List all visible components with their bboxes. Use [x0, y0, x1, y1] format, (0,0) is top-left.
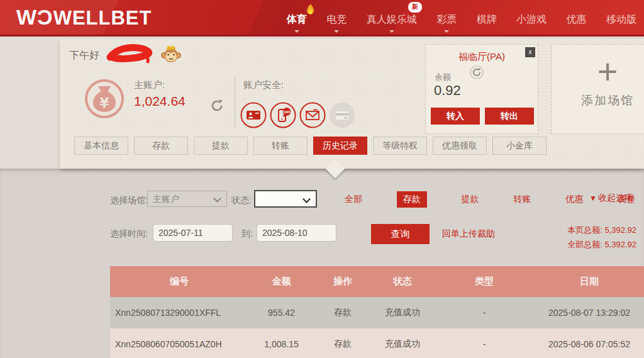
cell-amount: 955.42 — [248, 297, 314, 328]
column-header: 操作 — [314, 266, 371, 297]
id-card-icon[interactable] — [240, 102, 267, 131]
security-icons: SMS — [240, 102, 355, 131]
nav-item[interactable]: 电竞 — [326, 13, 347, 26]
monkey-face-icon — [160, 43, 182, 67]
tab[interactable]: 提款 — [194, 137, 248, 155]
caret-down-icon — [294, 30, 299, 35]
filter-type-link[interactable]: 优惠 — [565, 194, 583, 205]
nav-item-label: 真人娱乐城 — [367, 14, 417, 25]
venue-select-value: 主账户 — [153, 194, 179, 204]
column-header: 编号 — [110, 266, 248, 297]
cell-id: Xnn25080607050051AZ0H — [110, 328, 248, 358]
tab[interactable]: 存款 — [134, 137, 188, 155]
nav-item-label: 小游戏 — [516, 14, 547, 25]
money-bag-icon: ¥ — [84, 78, 125, 122]
cell-type: - — [434, 328, 535, 358]
venue-balance-label: 余额 — [435, 72, 451, 83]
nav-item-label: 体育 — [287, 14, 307, 25]
tab-label: 优惠领取 — [442, 140, 477, 152]
tab-label: 历史记录 — [323, 140, 358, 152]
nav-item-label: 棋牌 — [477, 14, 497, 25]
history-section: 选择场馆: 主账户 状态: 全部存款提款转账优惠调整 ▼收起选项 选择时间: 到… — [0, 169, 644, 358]
tab-label: 等级特权 — [382, 140, 418, 152]
cell-operation: 存款 — [314, 328, 371, 358]
divider — [235, 77, 235, 127]
svg-text:SMS: SMS — [283, 110, 291, 114]
table-row: Xnn25080607050051AZ0H 1,008.15 存款 充值成功 -… — [110, 328, 644, 358]
new-badge: 新 — [408, 2, 422, 13]
filter-type-link[interactable]: 全部 — [345, 194, 362, 205]
refresh-balance-icon[interactable] — [209, 98, 225, 116]
tab-label: 存款 — [152, 140, 170, 152]
nav-menu: 体育 电竞 新 真人娱乐城 彩票 — [274, 0, 644, 35]
flame-icon — [306, 3, 315, 18]
caret-down-icon — [444, 30, 449, 35]
add-venue-card[interactable]: + 添加场馆 — [551, 44, 644, 134]
tab[interactable]: 优惠领取 — [433, 137, 487, 155]
venue-balance-value: 0.92 — [434, 82, 461, 99]
chevron-down-icon — [303, 195, 311, 203]
column-header: 金额 — [248, 266, 314, 297]
nav-item[interactable]: 移动版 — [606, 13, 636, 26]
filter-type-link[interactable]: 存款 — [397, 191, 427, 208]
date-from-input[interactable] — [153, 224, 233, 242]
account-security-label: 账户安全: — [243, 79, 284, 91]
mail-icon[interactable] — [299, 102, 326, 131]
tab[interactable]: 等级特权 — [373, 137, 427, 155]
tab[interactable]: 小金库 — [492, 137, 547, 155]
cell-date: 2025-08-07 13:29:02 — [535, 297, 644, 328]
venue-select-label: 选择场馆: — [110, 195, 148, 206]
history-table: 编号金额操作状态类型日期 Xnn25080713290001XFFL 955.4… — [110, 266, 644, 358]
to-label: 到: — [242, 228, 253, 240]
cell-date: 2025-08-06 07:05:52 — [535, 328, 644, 358]
tab[interactable]: 历史记录 — [313, 137, 367, 155]
collapse-options-label: 收起选项 — [598, 193, 633, 203]
main-account-label: 主账户: — [134, 79, 165, 91]
date-to-input[interactable] — [257, 224, 336, 242]
account-tabs: 基本信息存款提款转账历史记录等级特权优惠领取小金库 — [74, 137, 552, 155]
cell-operation: 存款 — [314, 297, 371, 328]
nav-item[interactable]: 优惠 — [567, 13, 587, 26]
nav-item-label: 电竞 — [326, 14, 347, 25]
column-header: 日期 — [535, 266, 644, 297]
tab-label: 小金库 — [506, 140, 533, 152]
tab[interactable]: 转账 — [253, 137, 308, 155]
wellbet-logo[interactable]: WƆWELLBET — [16, 4, 152, 31]
collapse-options-link[interactable]: ▼收起选项 — [589, 193, 633, 204]
sms-phone-icon[interactable]: SMS — [270, 102, 296, 131]
nav-item[interactable]: 新 真人娱乐城 — [367, 13, 417, 26]
main-account-balance: 1,024.64 — [134, 94, 186, 109]
refresh-venue-balance-icon[interactable] — [470, 65, 484, 82]
tab-label: 提款 — [212, 140, 230, 152]
logo-text: WELLBET — [53, 7, 152, 29]
tab[interactable]: 基本信息 — [74, 137, 128, 155]
venue-select[interactable]: 主账户 — [147, 191, 227, 207]
cell-id: Xnn25080713290001XFFL — [110, 297, 248, 328]
transfer-out-button[interactable]: 转出 — [485, 108, 534, 125]
filter-type-link[interactable]: 提款 — [462, 194, 479, 205]
nav-item[interactable]: 彩票 — [436, 13, 457, 26]
search-button[interactable]: 查询 — [371, 224, 430, 244]
triangle-down-icon: ▼ — [589, 194, 597, 203]
totals: 本页总额: 5,392.92 全部总额: 5,392.92 — [567, 223, 636, 252]
venue-title: 福临厅(PA) — [426, 51, 538, 63]
filter-type-link[interactable]: 转账 — [513, 194, 531, 205]
logo-monogram: WƆ — [16, 5, 53, 29]
add-venue-label: 添加场馆 — [552, 92, 644, 109]
table-row: Xnn25080713290001XFFL 955.42 存款 充值成功 - 2… — [110, 297, 644, 328]
nav-item[interactable]: 小游戏 — [516, 13, 547, 26]
receipt-upload-link[interactable]: 回单上传裁助 — [442, 228, 495, 240]
status-select[interactable] — [254, 190, 317, 208]
greeting-text: 下午好 — [69, 49, 99, 62]
all-total: 全部总额: 5,392.92 — [567, 237, 636, 252]
bank-card-icon[interactable] — [329, 102, 355, 131]
nav-item[interactable]: 棋牌 — [477, 13, 497, 26]
status-select-label: 状态: — [231, 195, 252, 206]
column-header: 状态 — [371, 266, 434, 297]
time-range-label: 选择时间: — [110, 228, 148, 240]
nav-item[interactable]: 体育 — [287, 13, 307, 26]
chevron-down-icon — [213, 194, 221, 203]
transfer-in-button[interactable]: 转入 — [431, 108, 480, 125]
nav-item-label: 彩票 — [436, 14, 457, 25]
red-scribble-redaction-icon — [105, 42, 158, 67]
